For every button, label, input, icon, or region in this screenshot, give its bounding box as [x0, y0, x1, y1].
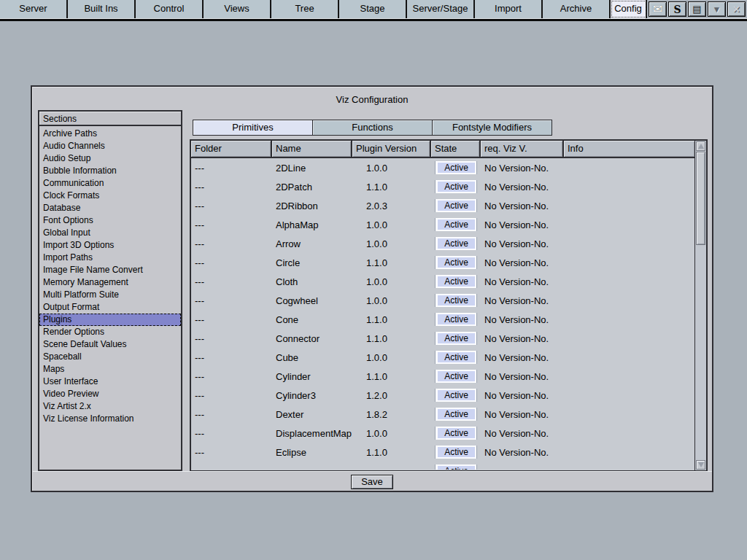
section-item-output-format[interactable]: Output Format — [39, 301, 181, 314]
state-active-button[interactable]: Active — [436, 256, 476, 269]
section-item-bubble-information[interactable]: Bubble Information — [39, 165, 181, 177]
state-active-button[interactable]: Active — [436, 464, 476, 470]
state-active-button[interactable]: Active — [436, 237, 476, 250]
cell-req-viz-version: No Version-No. — [481, 409, 564, 420]
cell-folder: --- — [191, 163, 272, 174]
table-row: ---Cloth1.0.0ActiveNo Version-No. — [191, 272, 694, 291]
cell-plugin-version: 2.0.3 — [352, 201, 431, 211]
section-item-memory-management[interactable]: Memory Management — [39, 276, 181, 289]
dollar-script-icon-button[interactable]: S — [668, 1, 686, 17]
section-item-audio-setup[interactable]: Audio Setup — [39, 152, 181, 165]
scroll-up-button[interactable] — [696, 141, 705, 151]
menu-item-views[interactable]: Views — [204, 0, 271, 18]
section-item-plugins[interactable]: Plugins — [39, 314, 181, 326]
cell-plugin-version: 1.1.0 — [352, 257, 431, 268]
cell-plugin-version: 1.2.0 — [352, 390, 431, 401]
cell-name: Connector — [272, 333, 352, 344]
section-item-video-preview[interactable]: Video Preview — [39, 388, 181, 400]
viz-configuration-dialog: Viz Configuration Sections Archive Paths… — [31, 85, 713, 492]
triangle-down-icon — [698, 462, 704, 467]
cell-req-viz-version: No Version-No. — [481, 447, 564, 458]
section-item-viz-license-information[interactable]: Viz License Information — [39, 413, 181, 425]
section-item-import-paths[interactable]: Import Paths — [39, 252, 181, 264]
state-active-button[interactable]: Active — [436, 408, 476, 421]
menu-item-built-ins[interactable]: Built Ins — [68, 0, 136, 18]
section-item-render-options[interactable]: Render Options — [39, 326, 181, 338]
license-scroll-icon: ▤ — [692, 4, 701, 14]
cell-state: Active — [431, 351, 481, 364]
cell-name: DisplacementMap — [272, 428, 352, 439]
cell-plugin-version: 1.1.0 — [352, 182, 431, 192]
state-active-button[interactable]: Active — [436, 446, 476, 459]
cell-folder: --- — [191, 314, 272, 325]
section-item-maps[interactable]: Maps — [39, 363, 181, 376]
state-active-button[interactable]: Active — [436, 275, 476, 288]
state-active-button[interactable]: Active — [436, 199, 476, 212]
menubar: ServerBuilt InsControlViewsTreeStageServ… — [0, 0, 747, 18]
cell-folder: --- — [191, 352, 272, 363]
menu-item-control[interactable]: Control — [136, 0, 204, 18]
menu-item-config[interactable]: Config — [611, 0, 647, 18]
state-active-button[interactable]: Active — [436, 389, 476, 402]
state-active-button[interactable]: Active — [436, 351, 476, 364]
close-icon-button[interactable]: × — [727, 1, 746, 17]
mail-icon-button[interactable]: ✉ — [649, 1, 667, 17]
state-active-button[interactable]: Active — [436, 370, 476, 383]
state-active-button[interactable]: Active — [436, 294, 476, 307]
triangle-up-icon — [698, 144, 704, 149]
section-item-image-file-name-convert[interactable]: Image File Name Convert — [39, 264, 181, 276]
section-item-database[interactable]: Database — [39, 202, 181, 214]
table-row: ---Eclipse1.1.0ActiveNo Version-No. — [191, 443, 694, 462]
license-scroll-icon-button[interactable]: ▤ — [688, 1, 706, 17]
minimize-icon-button[interactable]: ▼ — [708, 1, 726, 17]
table-scrollbar[interactable] — [694, 141, 706, 470]
table-row: ---Cube1.0.0ActiveNo Version-No. — [191, 348, 694, 367]
cell-state: Active — [431, 199, 481, 212]
section-item-global-input[interactable]: Global Input — [39, 227, 181, 239]
menu-item-tree[interactable]: Tree — [271, 0, 339, 18]
state-active-button[interactable]: Active — [436, 218, 476, 231]
sections-panel: Sections Archive PathsAudio ChannelsAudi… — [38, 110, 182, 471]
cell-folder: --- — [191, 447, 272, 458]
menu-item-server-stage[interactable]: Server/Stage — [407, 0, 475, 18]
section-item-multi-platform-suite[interactable]: Multi Platform Suite — [39, 289, 181, 301]
save-button[interactable]: Save — [351, 475, 393, 489]
menubar-separator-dark — [0, 19, 747, 21]
state-active-button[interactable]: Active — [436, 313, 476, 326]
scroll-down-button[interactable] — [696, 460, 705, 470]
section-item-import-3d-options[interactable]: Import 3D Options — [39, 239, 181, 252]
state-active-button[interactable]: Active — [436, 332, 476, 345]
tab-primitives[interactable]: Primitives — [193, 120, 313, 136]
cell-req-viz-version: No Version-No. — [481, 295, 564, 306]
menu-item-archive[interactable]: Archive — [543, 0, 611, 18]
section-item-viz-artist-2-x[interactable]: Viz Artist 2.x — [39, 400, 181, 413]
section-item-clock-formats[interactable]: Clock Formats — [39, 190, 181, 202]
cell-plugin-version: 1.0.0 — [352, 352, 431, 363]
scrollbar-thumb[interactable] — [696, 152, 705, 245]
menu-item-import[interactable]: Import — [475, 0, 543, 18]
cell-req-viz-version: No Version-No. — [481, 390, 564, 401]
table-row: ---DisplacementMap1.0.0ActiveNo Version-… — [191, 424, 694, 443]
tab-functions[interactable]: Functions — [312, 120, 433, 136]
section-item-archive-paths[interactable]: Archive Paths — [39, 128, 181, 140]
state-active-button[interactable]: Active — [436, 180, 476, 193]
section-item-scene-default-values[interactable]: Scene Default Values — [39, 338, 181, 351]
cell-req-viz-version: No Version-No. — [481, 257, 564, 268]
section-item-audio-channels[interactable]: Audio Channels — [39, 140, 181, 152]
cell-req-viz-version: No Version-No. — [481, 276, 564, 287]
cell-plugin-version: 1.0.0 — [352, 163, 431, 174]
state-active-button[interactable]: Active — [436, 427, 476, 440]
cell-folder: --- — [191, 219, 272, 230]
section-item-spaceball[interactable]: Spaceball — [39, 351, 181, 363]
section-item-communication[interactable]: Communication — [39, 177, 181, 190]
state-active-button[interactable]: Active — [436, 161, 476, 174]
menu-item-server[interactable]: Server — [0, 0, 68, 18]
section-item-font-options[interactable]: Font Options — [39, 214, 181, 227]
column-header-name: Name — [272, 141, 352, 157]
menu-item-stage[interactable]: Stage — [339, 0, 407, 18]
table-row: ---Connector1.1.0ActiveNo Version-No. — [191, 329, 694, 348]
column-header-plugin-version: Plugin Version — [352, 141, 431, 157]
cell-folder: --- — [191, 257, 272, 268]
section-item-user-interface[interactable]: User Interface — [39, 376, 181, 388]
tab-fontstyle-modifiers[interactable]: Fontstyle Modifiers — [432, 120, 552, 136]
